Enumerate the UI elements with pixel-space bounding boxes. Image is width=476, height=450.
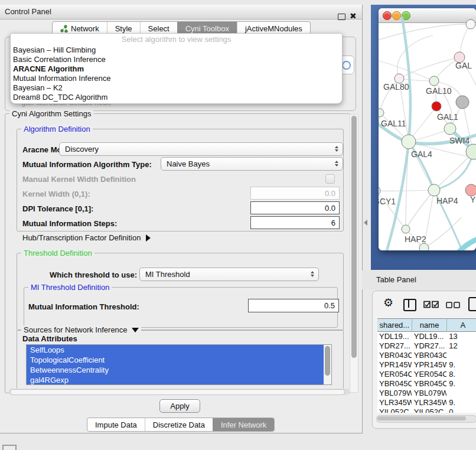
tab-discretize-data[interactable]: Discretize Data <box>145 418 213 431</box>
table-cell[interactable]: YBR045C <box>412 379 448 389</box>
settings-hscrollbar-thumb[interactable] <box>10 389 345 395</box>
network-node[interactable] <box>379 109 384 117</box>
table-cell[interactable]: YLR345W <box>377 398 412 407</box>
table-cell[interactable]: 13 <box>447 332 476 341</box>
which-threshold-select[interactable]: MI Threshold <box>139 268 319 281</box>
tab-impute-data[interactable]: Impute Data <box>87 418 145 431</box>
network-canvas[interactable]: GALGAL80GAL10GAL11GAL1GAL4SWI4GCY1HAP4YH… <box>379 22 476 250</box>
table-hscrollbar[interactable] <box>376 415 476 423</box>
network-node[interactable] <box>465 184 476 196</box>
attribute-item[interactable]: SelfLoops <box>27 345 327 355</box>
table-row[interactable]: YLR345WYLR345W9. <box>377 398 476 407</box>
table-cell[interactable]: YER054C <box>412 370 448 379</box>
table-row[interactable]: YER054CYER054C8. <box>377 370 476 379</box>
columns-icon[interactable] <box>403 299 416 311</box>
table-row[interactable]: YBR043CYBR043C <box>377 351 476 360</box>
mini-grid-button[interactable] <box>2 445 17 450</box>
table-cell[interactable] <box>447 351 476 360</box>
table-cell[interactable]: YLR345W <box>412 398 448 407</box>
minimize-traffic-light[interactable] <box>392 11 401 20</box>
algorithm-item[interactable]: Mutual Information Inference <box>11 74 342 83</box>
algorithm-item[interactable]: Bayesian – Hill Climbing <box>11 45 342 55</box>
settings-scrollbar[interactable] <box>350 114 358 393</box>
network-node[interactable] <box>402 225 410 233</box>
table-cell[interactable]: YDL19... <box>377 332 412 341</box>
table-header-cell[interactable]: A <box>447 318 476 332</box>
network-window-titlebar[interactable] <box>379 8 476 23</box>
table-row[interactable]: YDL19...YDL19...13 <box>377 332 476 341</box>
algorithm-item-selected[interactable]: ARACNE Algorithm <box>11 64 342 74</box>
manual-kernel-checkbox[interactable] <box>325 174 335 184</box>
network-node[interactable] <box>419 243 429 250</box>
table-cell[interactable]: YBR043C <box>412 351 448 360</box>
table-hscrollbar-thumb[interactable] <box>377 416 466 420</box>
table-cell[interactable]: YPR145W <box>377 360 412 370</box>
apply-button[interactable]: Apply <box>159 399 200 413</box>
table-cell[interactable]: YBL079W <box>412 389 448 398</box>
table-cell[interactable]: YER054C <box>377 370 412 379</box>
table-cell[interactable]: YBL079W <box>377 389 412 398</box>
network-node[interactable] <box>429 76 439 86</box>
aracne-mode-select[interactable]: Discovery <box>59 142 343 156</box>
divider-collapse-arrow[interactable] <box>364 220 367 226</box>
table-cell[interactable]: YDR27... <box>377 341 412 351</box>
table-cell[interactable]: YIL052C <box>412 407 448 413</box>
table-header-cell[interactable]: shared... <box>377 318 412 332</box>
network-node[interactable] <box>466 19 475 29</box>
float-window-button[interactable] <box>338 14 345 20</box>
table-cell[interactable]: 9. <box>447 360 476 370</box>
table-header-cell[interactable]: name <box>412 318 448 332</box>
chevron-right-icon[interactable] <box>146 234 151 242</box>
table-cell[interactable]: 9. <box>447 398 476 407</box>
close-traffic-light[interactable] <box>383 11 392 20</box>
table-cell[interactable]: YDL19... <box>412 332 448 341</box>
table-cell[interactable]: YBR043C <box>377 351 412 360</box>
table-cell[interactable]: YPR145W <box>412 360 448 370</box>
table-cell[interactable]: 12 <box>447 341 476 351</box>
sources-legend[interactable]: Sources for Network Inference <box>21 325 141 334</box>
settings-scrollbar-thumb[interactable] <box>351 116 357 358</box>
network-node[interactable] <box>402 135 416 149</box>
network-node[interactable] <box>456 96 469 109</box>
network-node[interactable] <box>428 184 440 196</box>
mi-threshold-field[interactable]: 0.5 <box>248 299 339 312</box>
gear-icon[interactable]: ⚙ <box>383 296 393 309</box>
checked-boxes-icon[interactable] <box>423 301 439 308</box>
tab-infer-network[interactable]: Infer Network <box>213 418 274 431</box>
attribute-item[interactable]: TopologicalCoefficient <box>27 355 327 365</box>
algorithm-item[interactable]: Dream8 DC_TDC Algorithm <box>11 93 342 102</box>
table-row[interactable]: YBR045CYBR045C9. <box>377 379 476 389</box>
attribute-item[interactable]: BetweennessCentrality <box>27 365 327 375</box>
algorithm-item[interactable]: Bayesian – K2 <box>11 83 342 93</box>
network-node[interactable] <box>444 123 456 135</box>
mi-steps-field[interactable]: 6 <box>250 216 340 229</box>
algorithm-item[interactable]: Basic Correlation Inference <box>11 55 342 64</box>
table-row[interactable]: YBL079WYBL079W <box>377 389 476 398</box>
close-panel-button[interactable]: ✖ <box>350 11 357 21</box>
network-window[interactable]: GALGAL80GAL10GAL11GAL1GAL4SWI4GCY1HAP4YH… <box>379 8 476 250</box>
data-attributes-list[interactable]: SelfLoops TopologicalCoefficient Between… <box>26 344 332 385</box>
table-row[interactable]: YIL052CYIL052C0. <box>377 407 476 413</box>
function-builder-icon[interactable] <box>468 297 476 311</box>
table-cell[interactable]: YIL052C <box>377 407 412 413</box>
dpi-tolerance-field[interactable]: 0.0 <box>250 201 340 214</box>
table-cell[interactable]: YBR045C <box>377 379 412 389</box>
network-node[interactable] <box>379 186 380 195</box>
table-row[interactable]: YPR145WYPR145W9. <box>377 360 476 370</box>
list-scrollbar[interactable] <box>324 345 331 384</box>
control-panel-titlebar[interactable]: Control Panel ✖ <box>0 5 362 19</box>
list-scrollbar-thumb[interactable] <box>325 346 330 376</box>
mi-type-select[interactable]: Naive Bayes <box>161 157 343 171</box>
hub-definition-section[interactable]: Hub/Transcription Factor Definition <box>22 233 151 242</box>
table-cell[interactable]: 8. <box>447 370 476 379</box>
network-node[interactable] <box>432 102 441 111</box>
table-cell[interactable]: YDR27... <box>412 341 448 351</box>
attribute-item[interactable]: gal4RGexp <box>27 375 327 385</box>
unchecked-boxes-icon[interactable] <box>446 302 461 308</box>
kernel-width-field[interactable]: 0.0 <box>250 187 340 200</box>
table-cell[interactable] <box>447 389 476 398</box>
chevron-down-icon[interactable] <box>132 328 139 332</box>
table-row[interactable]: YDR27...YDR27...12 <box>377 341 476 351</box>
table-cell[interactable]: 9. <box>447 379 476 389</box>
settings-hscrollbar[interactable] <box>9 389 350 395</box>
